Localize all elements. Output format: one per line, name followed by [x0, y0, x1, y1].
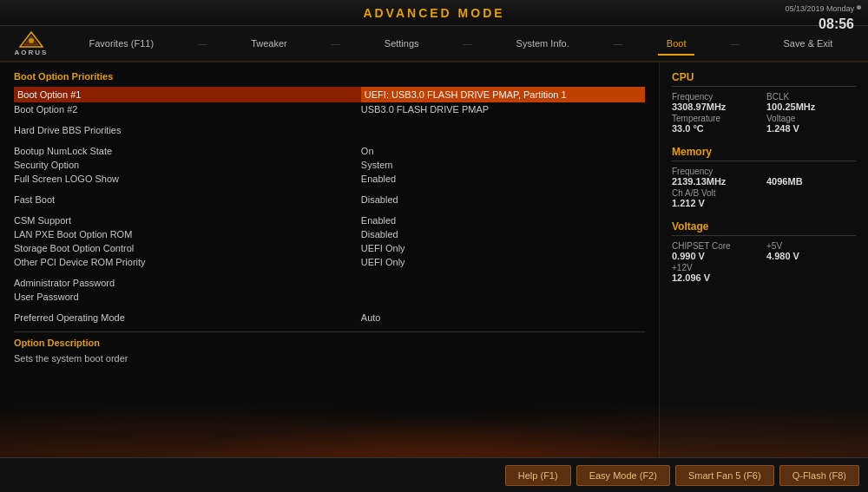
admin-password-row[interactable]: Administrator Password: [14, 276, 645, 290]
svg-point-2: [29, 38, 34, 43]
hard-drive-bbs-row[interactable]: Hard Drive BBS Priorities: [14, 123, 645, 137]
left-panel: Boot Option Priorities Boot Option #1 UE…: [0, 62, 660, 457]
aorus-logo-icon: [19, 31, 43, 49]
csm-support-row[interactable]: CSM Support Enabled: [14, 213, 645, 227]
logo-text: AORUS: [15, 49, 49, 56]
cpu-temp-value: 33.0 °C: [672, 123, 761, 134]
preferred-mode-row[interactable]: Preferred Operating Mode Auto: [14, 311, 645, 325]
lan-pxe-value: Disabled: [361, 227, 645, 241]
mem-freq-value: 2139.13MHz: [672, 176, 761, 187]
settings-table: Boot Option #1 UEFI: USB3.0 FLASH DRIVE …: [14, 87, 645, 325]
storage-boot-value: UEFI Only: [361, 241, 645, 255]
other-pci-value: UEFI Only: [361, 255, 645, 269]
spacer-4: [14, 207, 645, 213]
cpu-freq-value: 3308.97MHz: [672, 102, 761, 112]
cpu-bclk-label: BCLK: [766, 92, 856, 102]
right-panel: CPU Frequency 3308.97MHz BCLK 100.25MHz …: [660, 62, 868, 457]
spacer-1: [14, 116, 645, 123]
cpu-volt-value: 1.248 V: [766, 123, 856, 134]
nav-item-favorites[interactable]: Favorites (F11): [81, 35, 163, 52]
v12-value: 12.096 V: [672, 272, 761, 283]
mem-size-label: [766, 167, 856, 176]
header-dot: [857, 5, 861, 10]
boot-option-1-value: UEFI: USB3.0 FLASH DRIVE PMAP, Partition…: [361, 87, 645, 102]
numlock-label: Bootup NumLock State: [14, 144, 361, 158]
spacer-6: [14, 304, 645, 311]
fullscreen-logo-value: Enabled: [361, 172, 645, 186]
lan-pxe-label: LAN PXE Boot Option ROM: [14, 227, 361, 241]
boot-option-1-row[interactable]: Boot Option #1 UEFI: USB3.0 FLASH DRIVE …: [14, 87, 645, 102]
logo: AORUS: [9, 31, 54, 56]
voltage-info-grid: CHIPSET Core 0.990 V +5V 4.980 V +12V 12…: [672, 241, 856, 283]
header-datetime: 05/13/2019 Monday 08:56: [785, 3, 854, 34]
cpu-section: CPU Frequency 3308.97MHz BCLK 100.25MHz …: [672, 71, 856, 134]
bottom-bar: Help (F1) Easy Mode (F2) Smart Fan 5 (F6…: [0, 457, 868, 492]
numlock-row[interactable]: Bootup NumLock State On: [14, 144, 645, 158]
cpu-bclk-value: 100.25MHz: [766, 102, 856, 112]
voltage-title: Voltage: [672, 220, 856, 236]
security-option-value: System: [361, 158, 645, 172]
v5-label: +5V: [766, 241, 856, 251]
memory-info-grid: Frequency 2139.13MHz 4096MB Ch A/B Volt …: [672, 167, 856, 208]
storage-boot-label: Storage Boot Option Control: [14, 241, 361, 255]
chipset-label: CHIPSET Core: [672, 241, 761, 251]
chipset-value: 0.990 V: [672, 251, 761, 261]
nav-items: Favorites (F11) — Tweaker — Settings — S…: [62, 35, 859, 52]
voltage-section: Voltage CHIPSET Core 0.990 V +5V 4.980 V…: [672, 220, 856, 283]
v5-value: 4.980 V: [766, 251, 856, 261]
help-button[interactable]: Help (F1): [505, 465, 571, 486]
boot-option-2-row[interactable]: Boot Option #2 USB3.0 FLASH DRIVE PMAP: [14, 102, 645, 116]
option-desc-section: Option Description Sets the system boot …: [14, 331, 645, 364]
user-password-value: [361, 290, 645, 304]
fullscreen-logo-label: Full Screen LOGO Show: [14, 172, 361, 186]
nav-item-tweaker[interactable]: Tweaker: [242, 35, 296, 52]
other-pci-row[interactable]: Other PCI Device ROM Priority UEFI Only: [14, 255, 645, 269]
security-option-label: Security Option: [14, 158, 361, 172]
mem-volt-value: 1.212 V: [672, 198, 761, 208]
user-password-row[interactable]: User Password: [14, 290, 645, 304]
fast-boot-row[interactable]: Fast Boot Disabled: [14, 193, 645, 207]
memory-title: Memory: [672, 146, 856, 161]
boot-priorities-title: Boot Option Priorities: [14, 71, 645, 82]
nav-item-save-exit[interactable]: Save & Exit: [775, 35, 842, 52]
main-content: Boot Option Priorities Boot Option #1 UE…: [0, 62, 868, 457]
fast-boot-value: Disabled: [361, 193, 645, 207]
admin-password-label: Administrator Password: [14, 276, 361, 290]
header-title: ADVANCED MODE: [363, 6, 504, 20]
option-desc-title: Option Description: [14, 338, 645, 348]
hard-drive-bbs-label: Hard Drive BBS Priorities: [14, 123, 361, 137]
cpu-freq-label: Frequency: [672, 92, 761, 102]
header: ADVANCED MODE 05/13/2019 Monday 08:56: [0, 0, 868, 26]
header-time: 08:56: [785, 15, 854, 34]
storage-boot-row[interactable]: Storage Boot Option Control UEFI Only: [14, 241, 645, 255]
qflash-button[interactable]: Q-Flash (F8): [779, 465, 859, 486]
spacer-5: [14, 269, 645, 276]
admin-password-value: [361, 276, 645, 290]
nav-item-boot[interactable]: Boot: [658, 35, 695, 52]
nav-item-systeminfo[interactable]: System Info.: [508, 35, 578, 52]
other-pci-label: Other PCI Device ROM Priority: [14, 255, 361, 269]
easy-mode-button[interactable]: Easy Mode (F2): [576, 465, 670, 486]
cpu-temp-label: Temperature: [672, 114, 761, 123]
smart-fan-button[interactable]: Smart Fan 5 (F6): [675, 465, 774, 486]
boot-option-2-value: USB3.0 FLASH DRIVE PMAP: [361, 102, 645, 116]
v12-label: +12V: [672, 263, 761, 272]
fast-boot-label: Fast Boot: [14, 193, 361, 207]
csm-support-label: CSM Support: [14, 213, 361, 227]
fullscreen-logo-row[interactable]: Full Screen LOGO Show Enabled: [14, 172, 645, 186]
security-option-row[interactable]: Security Option System: [14, 158, 645, 172]
lan-pxe-row[interactable]: LAN PXE Boot Option ROM Disabled: [14, 227, 645, 241]
memory-section: Memory Frequency 2139.13MHz 4096MB Ch A/…: [672, 146, 856, 208]
mem-size-value: 4096MB: [766, 176, 856, 187]
mem-freq-label: Frequency: [672, 167, 761, 176]
cpu-volt-label: Voltage: [766, 114, 856, 123]
boot-option-1-label: Boot Option #1: [14, 87, 361, 102]
nav-item-settings[interactable]: Settings: [376, 35, 428, 52]
boot-option-2-label: Boot Option #2: [14, 102, 361, 116]
spacer-3: [14, 186, 645, 193]
cpu-info-grid: Frequency 3308.97MHz BCLK 100.25MHz Temp…: [672, 92, 856, 134]
preferred-mode-value: Auto: [361, 311, 645, 325]
csm-support-value: Enabled: [361, 213, 645, 227]
preferred-mode-label: Preferred Operating Mode: [14, 311, 361, 325]
option-desc-text: Sets the system boot order: [14, 353, 645, 364]
